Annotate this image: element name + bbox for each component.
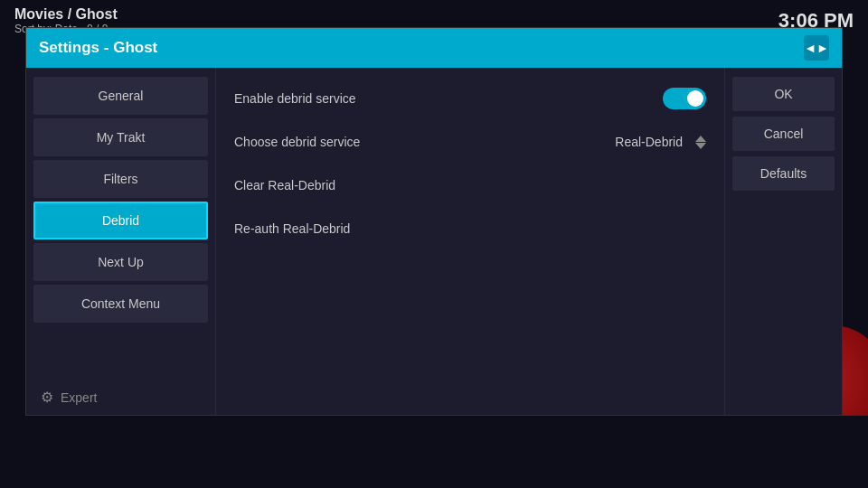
sidebar-item-debrid[interactable]: Debrid xyxy=(33,202,208,239)
choose-debrid-control: Real-Debrid xyxy=(615,135,706,149)
content-area: Enable debrid service Choose debrid serv… xyxy=(216,68,724,415)
sidebar-footer-expert[interactable]: ⚙ Expert xyxy=(33,381,208,406)
setting-row-reauth-debrid[interactable]: Re-auth Real-Debrid xyxy=(234,212,706,245)
reauth-debrid-label: Re-auth Real-Debrid xyxy=(234,221,706,236)
sidebar-item-context-menu[interactable]: Context Menu xyxy=(33,285,208,323)
sidebar: General My Trakt Filters Debrid Next Up … xyxy=(26,68,216,415)
cancel-button[interactable]: Cancel xyxy=(732,117,835,151)
clear-debrid-label: Clear Real-Debrid xyxy=(234,178,706,192)
enable-debrid-label: Enable debrid service xyxy=(234,91,663,106)
gear-icon: ⚙ xyxy=(41,389,53,406)
expert-label: Expert xyxy=(61,390,97,405)
top-bar-title: Movies / Ghost xyxy=(14,6,118,23)
modal-body: General My Trakt Filters Debrid Next Up … xyxy=(26,68,842,415)
debrid-arrows xyxy=(695,136,706,149)
sidebar-item-general[interactable]: General xyxy=(33,77,208,115)
buttons-panel: OK Cancel Defaults xyxy=(724,68,842,415)
modal-header: Settings - Ghost ◄► xyxy=(26,28,842,68)
sidebar-item-next-up[interactable]: Next Up xyxy=(33,243,208,281)
modal: Settings - Ghost ◄► General My Trakt Fil… xyxy=(25,27,843,416)
setting-row-clear-debrid[interactable]: Clear Real-Debrid xyxy=(234,169,706,202)
defaults-button[interactable]: Defaults xyxy=(732,156,835,191)
ok-button[interactable]: OK xyxy=(732,77,835,111)
modal-title: Settings - Ghost xyxy=(39,39,157,57)
choose-debrid-value: Real-Debrid xyxy=(615,135,683,149)
bottom-area xyxy=(0,416,868,488)
sidebar-item-filters[interactable]: Filters xyxy=(33,160,208,198)
arrow-up-icon[interactable] xyxy=(695,136,706,142)
setting-row-choose-debrid: Choose debrid service Real-Debrid xyxy=(234,126,706,158)
enable-debrid-control xyxy=(663,88,706,109)
sidebar-item-my-trakt[interactable]: My Trakt xyxy=(33,118,208,156)
enable-debrid-toggle[interactable] xyxy=(663,88,706,109)
arrow-down-icon[interactable] xyxy=(695,143,706,149)
choose-debrid-label: Choose debrid service xyxy=(234,135,615,149)
modal-close-icon[interactable]: ◄► xyxy=(804,35,829,61)
setting-row-enable-debrid: Enable debrid service xyxy=(234,82,706,115)
